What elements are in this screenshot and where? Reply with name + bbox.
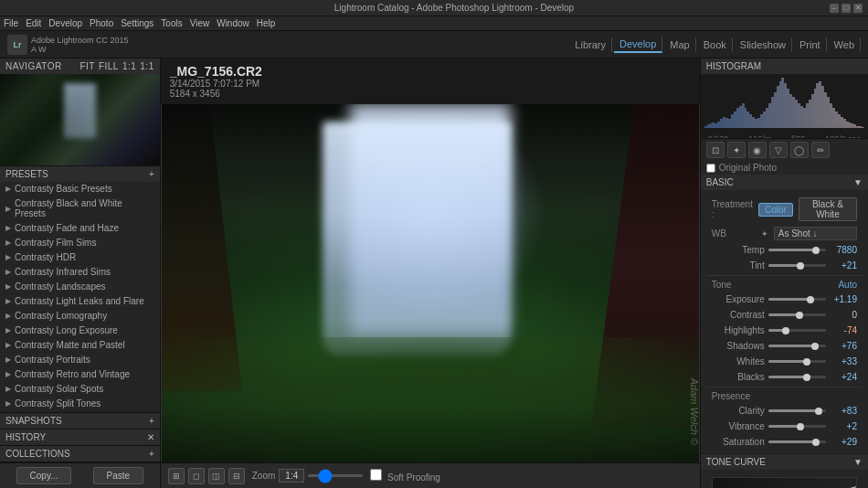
vibrance-slider[interactable] bbox=[768, 425, 826, 428]
preset-group-header[interactable]: ▶ Contrasty Matte and Pastel bbox=[0, 338, 160, 352]
vibrance-thumb[interactable] bbox=[797, 423, 804, 430]
presets-add[interactable]: + bbox=[149, 169, 154, 179]
whites-value[interactable]: +33 bbox=[830, 356, 857, 366]
menu-window[interactable]: Window bbox=[217, 18, 249, 28]
heal-tool[interactable]: ✦ bbox=[727, 142, 746, 158]
menu-file[interactable]: File bbox=[4, 18, 18, 28]
maximize-button[interactable]: □ bbox=[842, 4, 851, 13]
temp-value[interactable]: 7880 bbox=[830, 245, 857, 255]
tone-curve-header[interactable]: Tone Curve ▼ bbox=[701, 454, 868, 470]
radial-filter-tool[interactable]: ◯ bbox=[790, 142, 809, 158]
vibrance-value[interactable]: +2 bbox=[830, 421, 857, 431]
contrast-slider[interactable] bbox=[768, 313, 826, 316]
preset-group-header[interactable]: ▶ Contrasty Infrared Sims bbox=[0, 265, 160, 279]
preset-group-header[interactable]: ▶ Contrasty Fade and Haze bbox=[0, 221, 160, 235]
zoom-slider[interactable] bbox=[308, 474, 363, 477]
collections-header[interactable]: Collections + bbox=[0, 446, 160, 461]
treatment-bw-btn[interactable]: Black & White bbox=[799, 197, 857, 221]
graduated-filter-tool[interactable]: ▽ bbox=[769, 142, 788, 158]
preset-group-header[interactable]: ▶ Contrasty Long Exposure bbox=[0, 324, 160, 337]
blacks-thumb[interactable] bbox=[803, 374, 810, 381]
paste-button[interactable]: Paste bbox=[93, 467, 144, 484]
exposure-value[interactable]: +1.19 bbox=[830, 294, 857, 304]
treatment-color-btn[interactable]: Color bbox=[758, 203, 793, 217]
original-photo-checkbox[interactable] bbox=[706, 164, 715, 173]
temp-thumb[interactable] bbox=[812, 247, 820, 254]
highlights-slider[interactable] bbox=[768, 329, 826, 332]
zoom-value[interactable]: 1:4 bbox=[279, 469, 304, 483]
preset-group-header[interactable]: ▶ Contrasty Basic Presets bbox=[0, 182, 160, 196]
preset-group-header[interactable]: ▶ Contrasty Lomography bbox=[0, 309, 160, 323]
tint-thumb[interactable] bbox=[797, 262, 804, 270]
whites-thumb[interactable] bbox=[803, 358, 810, 366]
loupe-view-icon[interactable]: ◻ bbox=[188, 468, 205, 484]
copy-button[interactable]: Copy... bbox=[16, 467, 72, 484]
menu-tools[interactable]: Tools bbox=[161, 18, 182, 28]
blacks-value[interactable]: +24 bbox=[830, 372, 857, 382]
exposure-thumb[interactable] bbox=[807, 296, 814, 303]
preset-group-header[interactable]: ▶ Contrasty Black and White Presets bbox=[0, 196, 160, 220]
presets-header[interactable]: Presets + bbox=[0, 166, 160, 182]
preset-group-header[interactable]: ▶ Contrasty Portraits bbox=[0, 353, 160, 366]
menu-view[interactable]: View bbox=[190, 18, 210, 28]
saturation-thumb[interactable] bbox=[812, 439, 820, 446]
preset-group-header[interactable]: ▶ Contrasty Landscapes bbox=[0, 280, 160, 293]
temp-slider[interactable] bbox=[768, 249, 826, 251]
shadows-value[interactable]: +76 bbox=[830, 341, 857, 351]
preset-group-header[interactable]: ▶ Contrasty Film Sims bbox=[0, 236, 160, 249]
menu-edit[interactable]: Edit bbox=[26, 18, 41, 28]
snapshots-header[interactable]: Snapshots + bbox=[0, 413, 160, 429]
menu-develop[interactable]: Develop bbox=[48, 18, 82, 28]
clarity-thumb[interactable] bbox=[815, 408, 822, 415]
shadows-thumb[interactable] bbox=[811, 343, 819, 350]
saturation-value[interactable]: +29 bbox=[830, 437, 857, 447]
module-book[interactable]: Book bbox=[698, 37, 733, 52]
preset-group-header[interactable]: ▶ Contrasty Retro and Vintage bbox=[0, 367, 160, 381]
survey-view-icon[interactable]: ⊟ bbox=[228, 468, 245, 484]
shadows-slider[interactable] bbox=[768, 345, 826, 347]
clarity-slider[interactable] bbox=[768, 409, 826, 412]
minimize-button[interactable]: – bbox=[830, 4, 839, 13]
navigator-header[interactable]: Navigator FIT FILL 1:1 1:1 bbox=[0, 58, 160, 74]
softproof-checkbox[interactable] bbox=[370, 469, 382, 481]
main-photo-view[interactable]: Adam Welch © bbox=[161, 104, 700, 462]
tint-value[interactable]: +21 bbox=[830, 260, 857, 271]
menu-settings[interactable]: Settings bbox=[121, 18, 153, 28]
module-web[interactable]: Web bbox=[829, 37, 861, 52]
preset-group-header[interactable]: ▶ Contrasty Split Tones bbox=[0, 397, 160, 410]
contrast-value[interactable]: 0 bbox=[830, 310, 857, 320]
nav-fit[interactable]: FIT bbox=[79, 61, 95, 71]
exposure-slider[interactable] bbox=[768, 298, 826, 301]
highlights-value[interactable]: -74 bbox=[830, 325, 857, 335]
curve-area[interactable] bbox=[712, 477, 857, 488]
whites-slider[interactable] bbox=[768, 360, 826, 363]
grid-view-icon[interactable]: ⊞ bbox=[168, 468, 185, 484]
nav-zoom1[interactable]: 1:1 bbox=[122, 61, 136, 71]
nav-zoom2[interactable]: 1:1 bbox=[140, 61, 153, 71]
snapshots-add[interactable]: + bbox=[149, 416, 154, 426]
crop-tool[interactable]: ⊡ bbox=[706, 142, 725, 158]
menu-photo[interactable]: Photo bbox=[90, 18, 113, 28]
preset-group-header[interactable]: ▶ Contrasty Solar Spots bbox=[0, 382, 160, 396]
collections-add[interactable]: + bbox=[149, 449, 154, 459]
tint-slider[interactable] bbox=[768, 264, 826, 267]
module-slideshow[interactable]: Slideshow bbox=[735, 37, 792, 52]
redeye-tool[interactable]: ◉ bbox=[748, 142, 767, 158]
module-develop[interactable]: Develop bbox=[614, 37, 662, 53]
brush-tool[interactable]: ✏ bbox=[811, 142, 830, 158]
history-header[interactable]: History ✕ bbox=[0, 430, 160, 445]
module-print[interactable]: Print bbox=[794, 37, 827, 52]
blacks-slider[interactable] bbox=[768, 376, 826, 378]
preset-group-header[interactable]: ▶ Contrasty HDR bbox=[0, 250, 160, 264]
module-map[interactable]: Map bbox=[664, 37, 695, 52]
close-button[interactable]: ✕ bbox=[853, 4, 863, 13]
nav-fill[interactable]: FILL bbox=[99, 61, 119, 71]
tone-auto-btn[interactable]: Auto bbox=[838, 280, 857, 290]
highlights-thumb[interactable] bbox=[782, 327, 789, 334]
preset-group-header[interactable]: ▶ Contrasty Light Leaks and Flare bbox=[0, 294, 160, 308]
basic-header[interactable]: Basic ▼ bbox=[701, 175, 868, 190]
wb-eyedropper-icon[interactable]: ✦ bbox=[761, 229, 768, 239]
contrast-thumb[interactable] bbox=[796, 312, 803, 319]
compare-view-icon[interactable]: ◫ bbox=[208, 468, 225, 484]
photo-area[interactable]: Adam Welch © bbox=[161, 104, 700, 462]
